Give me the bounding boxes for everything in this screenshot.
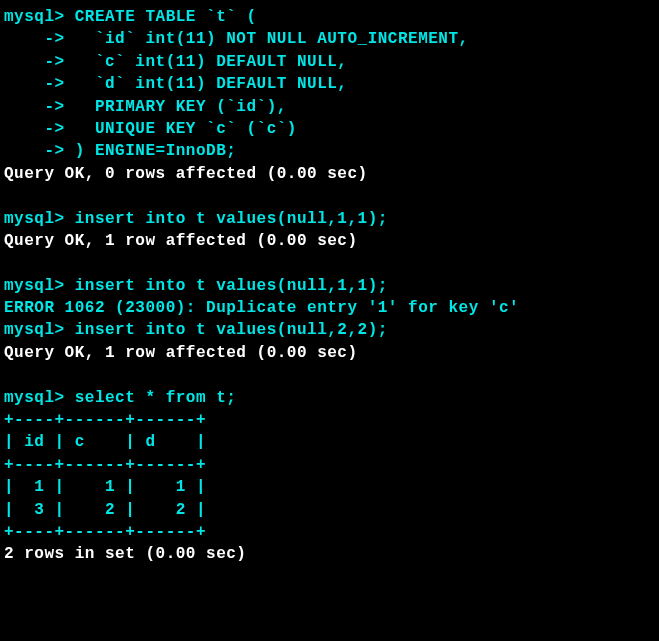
sql-text: `c` int(11) DEFAULT NULL, [65, 53, 348, 71]
sql-text: CREATE TABLE `t` ( [65, 8, 257, 26]
continuation-prompt: -> [4, 53, 65, 71]
continuation-prompt: -> [4, 75, 65, 93]
mysql-prompt: mysql> [4, 321, 65, 339]
insert-1-result: Query OK, 1 row affected (0.00 sec) [4, 230, 655, 252]
table-header: | id | c | d | [4, 431, 655, 453]
create-table-line-1: -> `id` int(11) NOT NULL AUTO_INCREMENT, [4, 28, 655, 50]
sql-text: ) ENGINE=InnoDB; [65, 142, 237, 160]
create-table-line-3: -> `d` int(11) DEFAULT NULL, [4, 73, 655, 95]
insert-3-result: Query OK, 1 row affected (0.00 sec) [4, 342, 655, 364]
create-table-line-6: -> ) ENGINE=InnoDB; [4, 140, 655, 162]
blank-line [4, 252, 655, 274]
table-row: | 3 | 2 | 2 | [4, 499, 655, 521]
continuation-prompt: -> [4, 120, 65, 138]
create-result: Query OK, 0 rows affected (0.00 sec) [4, 163, 655, 185]
sql-text: insert into t values(null,1,1); [65, 277, 388, 295]
table-row: | 1 | 1 | 1 | [4, 476, 655, 498]
sql-text: insert into t values(null,2,2); [65, 321, 388, 339]
create-table-line-0: mysql> CREATE TABLE `t` ( [4, 6, 655, 28]
continuation-prompt: -> [4, 142, 65, 160]
insert-2-error: ERROR 1062 (23000): Duplicate entry '1' … [4, 297, 655, 319]
insert-2-line: mysql> insert into t values(null,1,1); [4, 275, 655, 297]
select-result: 2 rows in set (0.00 sec) [4, 543, 655, 565]
mysql-prompt: mysql> [4, 277, 65, 295]
terminal-output[interactable]: mysql> CREATE TABLE `t` ( -> `id` int(11… [4, 6, 655, 566]
table-border-bottom: +----+------+------+ [4, 521, 655, 543]
sql-text: PRIMARY KEY (`id`), [65, 98, 287, 116]
create-table-line-2: -> `c` int(11) DEFAULT NULL, [4, 51, 655, 73]
sql-text: insert into t values(null,1,1); [65, 210, 388, 228]
mysql-prompt: mysql> [4, 210, 65, 228]
mysql-prompt: mysql> [4, 389, 65, 407]
continuation-prompt: -> [4, 98, 65, 116]
sql-text: `d` int(11) DEFAULT NULL, [65, 75, 348, 93]
table-border-top: +----+------+------+ [4, 409, 655, 431]
mysql-prompt: mysql> [4, 8, 65, 26]
create-table-line-4: -> PRIMARY KEY (`id`), [4, 96, 655, 118]
continuation-prompt: -> [4, 30, 65, 48]
sql-text: UNIQUE KEY `c` (`c`) [65, 120, 297, 138]
sql-text: `id` int(11) NOT NULL AUTO_INCREMENT, [65, 30, 469, 48]
table-border-mid: +----+------+------+ [4, 454, 655, 476]
blank-line [4, 364, 655, 386]
select-line: mysql> select * from t; [4, 387, 655, 409]
sql-text: select * from t; [65, 389, 237, 407]
insert-3-line: mysql> insert into t values(null,2,2); [4, 319, 655, 341]
insert-1-line: mysql> insert into t values(null,1,1); [4, 208, 655, 230]
blank-line [4, 185, 655, 207]
create-table-line-5: -> UNIQUE KEY `c` (`c`) [4, 118, 655, 140]
